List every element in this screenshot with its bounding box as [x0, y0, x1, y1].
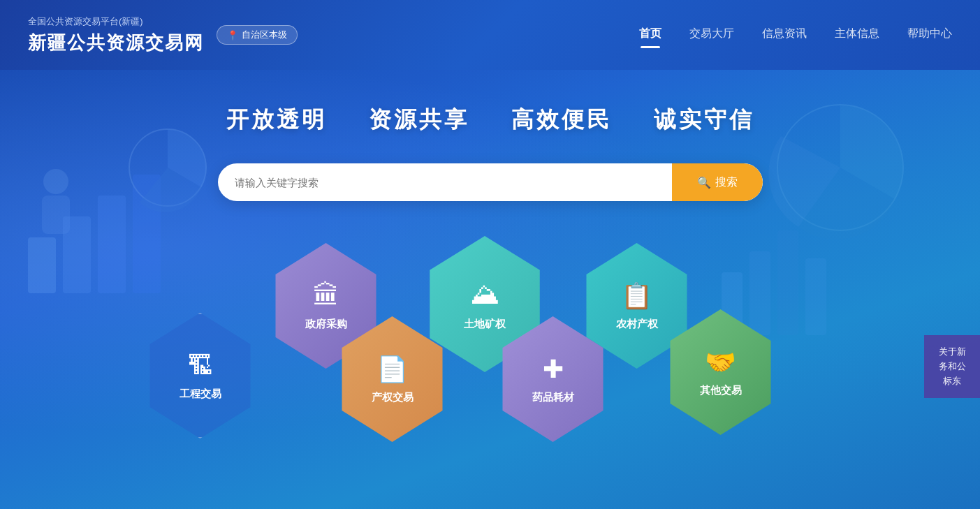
category-other[interactable]: 🤝 其他交易 — [665, 309, 777, 435]
nav-home[interactable]: 首页 — [639, 27, 661, 44]
tagline-3: 高效便民 — [511, 105, 612, 135]
engineering-label: 工程交易 — [180, 388, 221, 401]
rural-property-label: 农村产权 — [616, 318, 658, 331]
medicine-icon: ✚ — [543, 355, 564, 384]
header-branding: 全国公共资源交易平台(新疆) 新疆公共资源交易网 — [28, 15, 204, 55]
nav-news[interactable]: 信息资讯 — [762, 27, 807, 44]
location-selector[interactable]: 📍 自治区本级 — [217, 25, 298, 45]
location-label: 自治区本级 — [242, 29, 287, 41]
search-bar: 🔍 搜索 — [218, 163, 763, 201]
side-panel[interactable]: 关于新务和公标东 — [924, 335, 980, 398]
property-rights-label: 产权交易 — [372, 391, 414, 404]
rural-property-icon: 📋 — [621, 281, 652, 311]
svg-point-5 — [43, 169, 68, 194]
nav-entity[interactable]: 主体信息 — [835, 27, 879, 44]
tagline-2: 资源共享 — [369, 105, 469, 135]
other-icon: 🤝 — [705, 348, 736, 377]
tagline: 开放透明 资源共享 高效便民 诚实守信 — [226, 105, 754, 135]
search-icon: 🔍 — [697, 176, 711, 189]
search-button-label: 搜索 — [715, 175, 738, 190]
category-property-rights[interactable]: 📄 产权交易 — [337, 316, 448, 442]
header: 全国公共资源交易平台(新疆) 新疆公共资源交易网 📍 自治区本级 首页 交易大厅… — [0, 0, 980, 70]
category-grid: 🏛 政府采购 ⛰ 土地矿权 📋 农村产权 🏗 工程交易 — [106, 243, 875, 452]
nav-trading-hall[interactable]: 交易大厅 — [689, 27, 734, 44]
tagline-1: 开放透明 — [226, 105, 327, 135]
medicine-label: 药品耗材 — [532, 391, 574, 404]
tagline-4: 诚实守信 — [654, 105, 754, 135]
site-title: 新疆公共资源交易网 — [28, 31, 204, 55]
location-icon: 📍 — [227, 30, 238, 40]
search-button[interactable]: 🔍 搜索 — [672, 163, 763, 201]
hero-section: 开放透明 资源共享 高效便民 诚实守信 🔍 搜索 🏛 政府采购 ⛰ 土地矿权 — [0, 70, 980, 509]
side-panel-text: 关于新务和公标东 — [939, 346, 966, 386]
search-input[interactable] — [218, 163, 672, 201]
svg-rect-6 — [42, 196, 70, 234]
other-label: 其他交易 — [700, 384, 742, 397]
land-mineral-icon: ⛰ — [470, 277, 499, 311]
svg-rect-0 — [28, 237, 56, 293]
main-nav: 首页 交易大厅 信息资讯 主体信息 帮助中心 — [639, 27, 952, 44]
engineering-icon: 🏗 — [188, 351, 213, 381]
category-engineering[interactable]: 🏗 工程交易 — [145, 313, 256, 438]
site-subtitle: 全国公共资源交易平台(新疆) — [28, 15, 204, 28]
property-rights-icon: 📄 — [376, 355, 408, 384]
nav-help[interactable]: 帮助中心 — [907, 27, 952, 44]
gov-purchase-icon: 🏛 — [313, 281, 339, 311]
category-medicine[interactable]: ✚ 药品耗材 — [497, 316, 609, 442]
